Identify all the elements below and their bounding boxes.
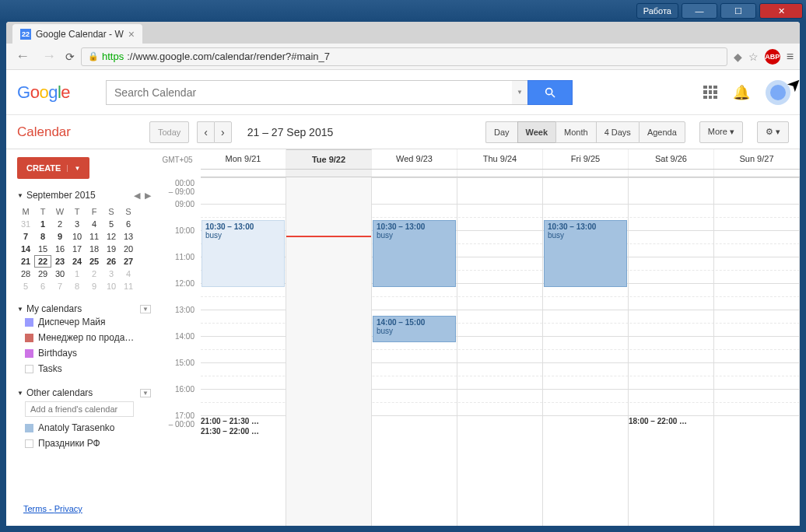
create-dropdown-icon[interactable]: ▼: [67, 165, 80, 172]
time-grid[interactable]: 00:00– 09:0009:0010:0011:0012:0013:0014:…: [154, 177, 800, 526]
calendar-event[interactable]: 10:30 – 13:00busy: [544, 220, 627, 287]
mini-cal-day[interactable]: 23: [51, 255, 68, 268]
create-button[interactable]: CREATE ▼: [17, 157, 89, 179]
bookmark-star-icon[interactable]: ☆: [748, 51, 759, 63]
mini-cal-day[interactable]: 19: [103, 243, 120, 255]
privacy-link[interactable]: Privacy: [54, 504, 82, 513]
day-column[interactable]: 10:30 – 13:00busy14:00 – 15:00busy: [372, 177, 457, 526]
mini-cal-day[interactable]: 11: [120, 280, 137, 292]
view-day[interactable]: Day: [485, 121, 517, 143]
mini-cal-day[interactable]: 3: [103, 268, 120, 280]
mini-cal-day[interactable]: 1: [34, 218, 51, 230]
calendar-item[interactable]: Диспечер Майя: [17, 314, 151, 330]
my-calendars-menu-icon[interactable]: ▼: [140, 305, 151, 313]
mini-cal-day[interactable]: 28: [17, 268, 34, 280]
mini-cal-day[interactable]: 14: [17, 243, 34, 255]
condensed-event[interactable]: 21:30 – 22:00 …: [201, 427, 259, 436]
search-dropdown[interactable]: ▼: [512, 80, 527, 105]
view-agenda[interactable]: Agenda: [639, 121, 685, 143]
mini-cal-day[interactable]: 24: [68, 255, 86, 268]
browser-menu-icon[interactable]: ≡: [787, 50, 794, 64]
mini-cal-day[interactable]: 10: [103, 280, 120, 292]
prev-week-button[interactable]: ‹: [197, 121, 214, 143]
mini-cal-day[interactable]: 5: [17, 280, 34, 292]
calendar-color-box[interactable]: [25, 334, 33, 342]
calendar-item[interactable]: Праздники РФ: [17, 436, 151, 451]
mini-next-icon[interactable]: ▶: [145, 191, 151, 201]
search-button[interactable]: [527, 80, 573, 105]
mini-cal-day[interactable]: 18: [86, 243, 103, 255]
more-button[interactable]: More ▾: [699, 121, 743, 143]
calendar-color-box[interactable]: [25, 424, 33, 432]
view-week[interactable]: Week: [517, 121, 556, 143]
apps-grid-icon[interactable]: [703, 86, 717, 100]
forward-button[interactable]: →: [39, 48, 59, 65]
mini-cal-day[interactable]: 6: [120, 218, 137, 230]
mini-cal-day[interactable]: 17: [68, 243, 86, 255]
mini-cal-day[interactable]: 20: [120, 243, 137, 255]
calendar-item[interactable]: Birthdays: [17, 345, 151, 361]
window-minimize-button[interactable]: —: [682, 3, 717, 19]
browser-tab[interactable]: 22 Google Calendar - W ×: [12, 24, 142, 44]
reload-button[interactable]: ⟳: [65, 51, 75, 63]
mini-cal-day[interactable]: 7: [51, 280, 68, 292]
calendar-event[interactable]: 10:30 – 13:00busy: [202, 220, 285, 287]
calendar-color-box[interactable]: [25, 439, 33, 448]
mini-cal-day[interactable]: 10: [68, 230, 86, 243]
mini-cal-day[interactable]: 15: [34, 243, 51, 255]
mini-cal-day[interactable]: 3: [68, 218, 86, 230]
view-month[interactable]: Month: [555, 121, 596, 143]
search-input[interactable]: [106, 80, 512, 105]
condensed-event[interactable]: 21:00 – 21:30 …: [201, 417, 259, 425]
mini-cal-day[interactable]: 21: [17, 255, 34, 268]
mini-prev-icon[interactable]: ◀: [134, 191, 140, 201]
day-header[interactable]: Fri 9/25: [543, 149, 629, 169]
day-header[interactable]: Sat 9/26: [629, 149, 714, 169]
mini-cal-day[interactable]: 25: [86, 255, 103, 268]
mini-cal-day[interactable]: 29: [34, 268, 51, 280]
day-column[interactable]: 10:30 – 13:00busy: [543, 177, 629, 526]
page-icon[interactable]: ◆: [734, 51, 742, 63]
account-avatar[interactable]: [766, 80, 790, 105]
window-close-button[interactable]: ✕: [759, 3, 803, 19]
notifications-icon[interactable]: 🔔: [733, 84, 750, 101]
mini-cal-grid[interactable]: MTWTFSS311234567891011121314151617181920…: [17, 205, 151, 292]
mini-cal-day[interactable]: 5: [103, 218, 120, 230]
day-column[interactable]: 18:00 – 22:00 …: [629, 177, 714, 526]
calendar-event[interactable]: 10:30 – 13:00busy: [373, 220, 456, 287]
mini-cal-day[interactable]: 27: [120, 255, 137, 268]
mini-cal-day[interactable]: 11: [86, 230, 103, 243]
address-bar[interactable]: 🔒 https://www.google.com/calendar/render…: [81, 47, 727, 66]
mini-cal-day[interactable]: 16: [51, 243, 68, 255]
window-maximize-button[interactable]: ☐: [720, 3, 756, 19]
today-button[interactable]: Today: [149, 121, 189, 143]
day-header[interactable]: Sun 9/27: [714, 149, 800, 169]
day-column[interactable]: 10:30 – 13:00busy21:00 – 21:30 …21:30 – …: [201, 177, 286, 526]
calendar-item[interactable]: Менеджер по прода…: [17, 330, 151, 345]
allday-row[interactable]: [201, 170, 800, 177]
day-column[interactable]: [457, 177, 543, 526]
other-calendars-header[interactable]: ▼ Other calendars ▼: [17, 387, 151, 398]
window-tab-label[interactable]: Работа: [636, 3, 678, 19]
view-4days[interactable]: 4 Days: [596, 121, 639, 143]
mini-cal-day[interactable]: 8: [68, 280, 86, 292]
mini-cal-day[interactable]: 9: [86, 280, 103, 292]
mini-cal-day[interactable]: 1: [68, 268, 86, 280]
calendar-color-box[interactable]: [25, 349, 33, 358]
day-header[interactable]: Tue 9/22: [286, 149, 372, 169]
day-column[interactable]: [714, 177, 800, 526]
calendar-event[interactable]: 14:00 – 15:00busy: [373, 316, 456, 342]
my-calendars-header[interactable]: ▼ My calendars ▼: [17, 303, 151, 314]
mini-cal-day[interactable]: 4: [86, 218, 103, 230]
day-header[interactable]: Wed 9/23: [372, 149, 457, 169]
day-header[interactable]: Mon 9/21: [201, 149, 286, 169]
calendar-color-box[interactable]: [25, 318, 33, 327]
mini-cal-day[interactable]: 2: [86, 268, 103, 280]
tab-close-icon[interactable]: ×: [128, 28, 135, 40]
other-calendars-menu-icon[interactable]: ▼: [140, 389, 151, 397]
calendar-item[interactable]: Anatoly Tarasenko: [17, 420, 151, 436]
condensed-event[interactable]: 18:00 – 22:00 …: [629, 417, 687, 425]
mini-cal-day[interactable]: 6: [34, 280, 51, 292]
terms-link[interactable]: Terms: [23, 504, 47, 513]
mini-cal-day[interactable]: 2: [51, 218, 68, 230]
